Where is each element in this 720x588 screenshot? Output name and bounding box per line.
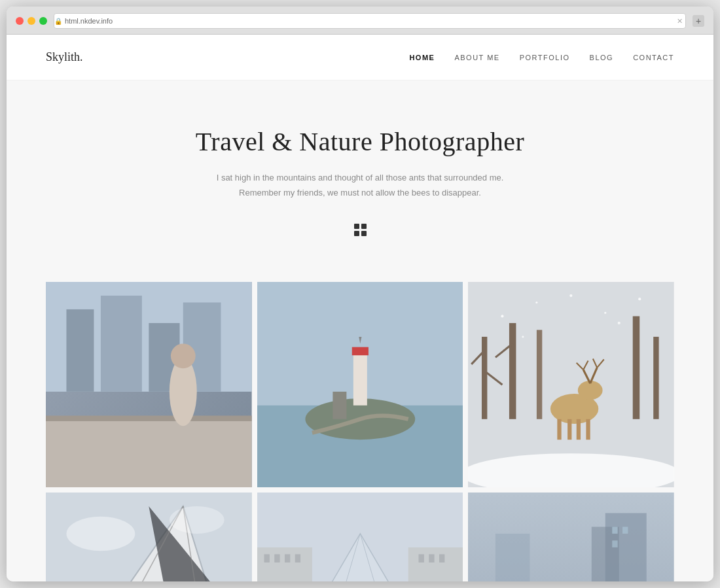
close-tab-icon[interactable]: ✕ xyxy=(677,17,683,26)
svg-rect-14 xyxy=(333,392,346,419)
svg-rect-23 xyxy=(654,337,659,419)
photo-grid xyxy=(7,269,713,581)
svg-rect-64 xyxy=(295,555,300,563)
nav-home[interactable]: HOME xyxy=(409,54,435,61)
svg-point-54 xyxy=(66,517,135,551)
browser-chrome: 🔒 html.nkdev.info ✕ + xyxy=(7,7,713,35)
nav-blog[interactable]: BLOG xyxy=(590,54,614,61)
dot-3 xyxy=(354,231,359,236)
svg-rect-33 xyxy=(586,419,590,440)
site-header: Skylith. HOME ABOUT ME PORTFOLIO BLOG CO… xyxy=(7,35,713,80)
grid-dots-icon xyxy=(354,224,367,236)
photo-item-1[interactable] xyxy=(46,282,252,488)
hero-section: Travel & Nature Photographer I sat high … xyxy=(7,80,713,269)
svg-point-42 xyxy=(570,294,573,297)
browser-content: Skylith. HOME ABOUT ME PORTFOLIO BLOG CO… xyxy=(7,35,713,581)
svg-point-40 xyxy=(501,315,504,317)
svg-rect-21 xyxy=(537,330,542,419)
svg-point-41 xyxy=(536,302,538,303)
dot-2 xyxy=(361,224,367,229)
dot-4 xyxy=(361,231,367,236)
svg-point-44 xyxy=(638,298,641,300)
photo-item-6[interactable] xyxy=(468,493,674,581)
svg-rect-67 xyxy=(439,555,444,563)
hero-subtitle: I sat high in the mountains and thought … xyxy=(216,170,504,201)
svg-rect-87 xyxy=(613,541,618,547)
nav-contact[interactable]: CONTACT xyxy=(633,54,674,61)
svg-point-46 xyxy=(618,322,621,324)
minimize-button[interactable] xyxy=(27,17,35,25)
svg-rect-84 xyxy=(592,527,619,581)
svg-point-27 xyxy=(468,453,674,487)
svg-point-55 xyxy=(170,506,225,534)
browser-window: 🔒 html.nkdev.info ✕ + Skylith. HOME ABOU… xyxy=(7,7,713,581)
hero-title: Travel & Nature Photographer xyxy=(33,126,687,157)
svg-point-29 xyxy=(578,381,603,400)
nav-portfolio[interactable]: PORTFOLIO xyxy=(520,54,570,61)
traffic-lights xyxy=(16,17,47,25)
svg-rect-20 xyxy=(509,323,516,419)
svg-rect-15 xyxy=(353,351,367,406)
address-bar[interactable]: 🔒 html.nkdev.info ✕ xyxy=(54,13,686,29)
new-tab-button[interactable]: + xyxy=(693,15,704,27)
dot-1 xyxy=(354,224,359,229)
svg-rect-63 xyxy=(285,555,290,563)
svg-rect-30 xyxy=(558,419,562,440)
hero-subtitle-line2: Remember my friends, we must not allow t… xyxy=(239,188,481,198)
svg-rect-66 xyxy=(429,555,434,563)
svg-rect-60 xyxy=(408,547,463,581)
svg-rect-7 xyxy=(46,415,252,421)
svg-rect-83 xyxy=(495,534,530,581)
photo-item-2[interactable] xyxy=(257,282,463,488)
hero-subtitle-line1: I sat high in the mountains and thought … xyxy=(217,173,504,182)
close-button[interactable] xyxy=(16,17,24,25)
svg-rect-2 xyxy=(66,309,94,392)
svg-rect-62 xyxy=(274,555,279,563)
svg-rect-16 xyxy=(351,347,368,355)
site-logo[interactable]: Skylith. xyxy=(46,50,83,64)
grid-icon xyxy=(33,224,687,236)
photo-item-5[interactable] xyxy=(257,493,463,581)
svg-rect-22 xyxy=(633,316,639,419)
svg-point-9 xyxy=(171,343,196,368)
svg-point-43 xyxy=(605,311,607,313)
nav-about[interactable]: ABOUT ME xyxy=(454,54,499,61)
svg-rect-85 xyxy=(613,527,618,534)
photo-item-4[interactable] xyxy=(46,493,252,581)
fullscreen-button[interactable] xyxy=(39,17,47,25)
site-wrapper: Skylith. HOME ABOUT ME PORTFOLIO BLOG CO… xyxy=(7,35,713,581)
svg-rect-59 xyxy=(257,547,312,581)
site-nav: HOME ABOUT ME PORTFOLIO BLOG CONTACT xyxy=(409,54,674,61)
svg-rect-3 xyxy=(101,296,142,392)
photo-item-3[interactable] xyxy=(468,282,674,488)
svg-rect-6 xyxy=(46,419,252,488)
svg-rect-32 xyxy=(577,419,581,440)
svg-rect-61 xyxy=(264,555,269,563)
svg-rect-86 xyxy=(622,527,628,534)
lock-icon: 🔒 xyxy=(54,18,62,25)
svg-rect-65 xyxy=(418,555,423,563)
svg-rect-19 xyxy=(482,337,487,419)
url-text: html.nkdev.info xyxy=(65,17,113,25)
svg-point-45 xyxy=(522,336,524,337)
svg-rect-31 xyxy=(567,419,571,440)
